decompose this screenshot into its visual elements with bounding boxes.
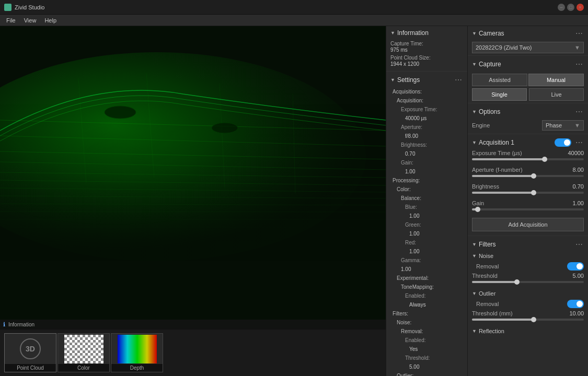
- add-acquisition-button[interactable]: Add Acquisition: [472, 218, 584, 231]
- capture-more-button[interactable]: ⋯: [574, 60, 584, 68]
- exposure-time-label: Exposure Time (µs): [472, 150, 522, 156]
- options-more-button[interactable]: ⋯: [574, 108, 584, 116]
- thumbnail-bar: 3D Point Cloud Color Depth: [0, 329, 386, 376]
- filters-section-header[interactable]: ▼ Filters ⋯: [468, 237, 588, 251]
- aperture-slider-track[interactable]: [472, 175, 584, 177]
- settings-panel: ▼ Information Capture Time: 975 ms Point…: [386, 26, 468, 376]
- engine-dropdown-arrow: ▼: [574, 122, 580, 128]
- minimize-button[interactable]: –: [558, 4, 565, 11]
- acq1-collapse-arrow: ▼: [472, 140, 477, 145]
- gain-label-row: Gain 1.00: [472, 200, 584, 206]
- exposure-time-slider-thumb[interactable]: [542, 157, 547, 162]
- outlier-threshold-label-row: Threshold (mm) 10.00: [472, 310, 584, 316]
- brightness-value-s: 0.70: [386, 149, 467, 158]
- menu-file[interactable]: File: [2, 16, 20, 25]
- acquisition1-more-button[interactable]: ⋯: [574, 138, 584, 147]
- brightness-slider-track[interactable]: [472, 192, 584, 194]
- noise-threshold-slider-track[interactable]: [472, 281, 584, 283]
- capture-section-header[interactable]: ▼ Capture ⋯: [468, 57, 588, 70]
- tm-enabled-value: Always: [386, 300, 467, 309]
- outlier-threshold-control: Threshold (mm) 10.00: [468, 309, 588, 326]
- cameras-header-left: ▼ Cameras: [472, 30, 504, 37]
- thumbnail-pointcloud-label: Point Cloud: [5, 364, 56, 372]
- noise-sub-header[interactable]: ▼ Noise: [468, 251, 588, 261]
- acquisition1-title-row: ▼ Acquisition 1: [472, 139, 514, 146]
- point-cloud-size-value: 1944 x 1200: [390, 61, 463, 67]
- menu-help[interactable]: Help: [40, 16, 61, 25]
- thumbnail-color[interactable]: Color: [57, 333, 110, 372]
- divider-acquisition: [468, 236, 588, 236]
- cameras-section-header[interactable]: ▼ Cameras ⋯: [468, 26, 588, 40]
- capture-action-row: Single Live: [472, 88, 584, 101]
- manual-button[interactable]: Manual: [528, 74, 584, 86]
- information-header-left: ▼ Information: [390, 29, 429, 37]
- outlier-removal-toggle[interactable]: [567, 300, 584, 308]
- settings-section-header[interactable]: ▼ Settings ⋯: [386, 73, 467, 86]
- single-button[interactable]: Single: [472, 88, 527, 101]
- engine-dropdown[interactable]: Phase ▼: [542, 120, 584, 131]
- exposure-time-slider-fill: [472, 158, 545, 160]
- brightness-control: Brightness 0.70: [468, 182, 588, 199]
- options-title: Options: [479, 108, 500, 115]
- capture-header-left: ▼ Capture: [472, 61, 501, 68]
- info-icon: ℹ: [3, 321, 5, 328]
- information-section-header[interactable]: ▼ Information: [386, 26, 467, 39]
- thumbnail-pointcloud-img: 3D: [5, 334, 56, 364]
- noise-removal-label: Removal:: [386, 327, 467, 336]
- outlier-sub-header[interactable]: ▼ Outlier: [468, 288, 588, 299]
- pointcloud-icon: 3D: [20, 338, 41, 359]
- cameras-more-button[interactable]: ⋯: [574, 29, 584, 38]
- acquisition1-header[interactable]: ▼ Acquisition 1 ⋯: [468, 135, 588, 149]
- info-bar-text: Information: [8, 322, 34, 327]
- acquisition1-toggle[interactable]: [555, 138, 571, 147]
- menu-view[interactable]: View: [20, 16, 41, 25]
- capture-time-label: Capture Time:: [390, 41, 463, 46]
- camera-dropdown[interactable]: 202822C9 (Zivid Two) ▼: [472, 42, 584, 53]
- settings-more-button[interactable]: ⋯: [454, 76, 463, 84]
- exposure-time-slider-track[interactable]: [472, 158, 584, 160]
- green-label: Green:: [386, 220, 467, 229]
- exposure-time-value: 40000: [568, 150, 584, 156]
- brightness-slider-thumb[interactable]: [531, 190, 536, 195]
- filters-collapse-arrow: ▼: [472, 242, 477, 247]
- filters-more-button[interactable]: ⋯: [574, 240, 584, 249]
- options-header-left: ▼ Options: [472, 108, 500, 115]
- gain-slider-track[interactable]: [472, 208, 584, 210]
- maximize-button[interactable]: □: [567, 4, 574, 11]
- outlier-threshold-value: 10.00: [569, 310, 584, 316]
- tm-enabled-label: Enabled:: [386, 291, 467, 300]
- assisted-button[interactable]: Assisted: [472, 74, 527, 86]
- noise-threshold-slider-thumb[interactable]: [514, 279, 520, 285]
- noise-threshold-value: 5.00: [386, 362, 467, 371]
- noise-title-row: ▼ Noise: [472, 253, 493, 259]
- red-label: Red:: [386, 238, 467, 247]
- viewer-area: ℹ Information 3D Point Cloud Color: [0, 26, 386, 376]
- filters-label: Filters:: [386, 309, 467, 318]
- reflection-sub-header[interactable]: ▼ Reflection: [468, 326, 588, 336]
- thumbnail-pointcloud[interactable]: 3D Point Cloud: [4, 333, 56, 372]
- window-controls: – □ ×: [558, 4, 584, 11]
- live-button[interactable]: Live: [529, 88, 584, 101]
- gamma-label: Gamma:: [386, 256, 467, 265]
- noise-removal-toggle[interactable]: [567, 262, 584, 271]
- depth-preview: [118, 335, 157, 363]
- gain-slider-thumb[interactable]: [475, 207, 480, 212]
- point-cloud-canvas: [0, 26, 386, 329]
- close-button[interactable]: ×: [577, 4, 584, 11]
- brightness-label: Brightness: [472, 183, 499, 190]
- thumbnail-depth[interactable]: Depth: [111, 333, 163, 372]
- color-preview: [64, 335, 103, 363]
- 3d-viewer[interactable]: [0, 26, 386, 329]
- outlier-threshold-slider-track[interactable]: [472, 319, 584, 321]
- options-section-header[interactable]: ▼ Options ⋯: [468, 104, 588, 118]
- outlier-threshold-slider-thumb[interactable]: [531, 317, 536, 322]
- aperture-label-s: Aperture:: [386, 123, 467, 132]
- noise-removal-label: Removal: [476, 263, 499, 269]
- acquisition-label: Acquisition:: [386, 96, 467, 105]
- gain-value: 1.00: [573, 200, 584, 206]
- menubar: File View Help: [0, 15, 588, 26]
- aperture-slider-thumb[interactable]: [531, 173, 536, 179]
- brightness-slider-fill: [472, 192, 534, 194]
- red-value: 1.00: [386, 247, 467, 256]
- acquisition1-title: Acquisition 1: [479, 139, 514, 146]
